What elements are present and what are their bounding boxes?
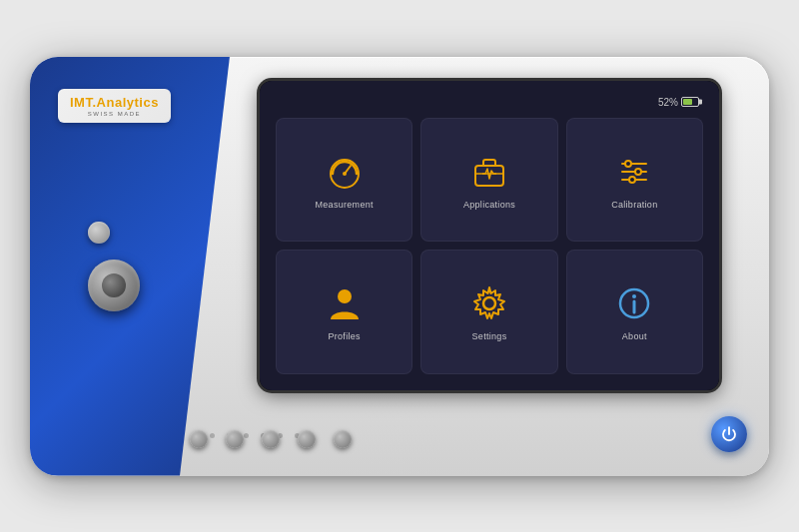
- svg-point-14: [338, 289, 352, 303]
- app-tile-profiles[interactable]: Profiles: [276, 250, 412, 374]
- app-grid: Measurement Applications: [276, 118, 703, 374]
- app-label-profiles: Profiles: [328, 331, 360, 341]
- app-label-measurement: Measurement: [316, 200, 374, 210]
- app-label-about: About: [622, 331, 647, 341]
- logo-brand: IMT: [70, 95, 92, 110]
- left-connectors: [88, 222, 140, 311]
- logo-name: Analytics: [97, 95, 159, 110]
- bottom-connector-5: [334, 430, 352, 448]
- status-bar: 52%: [276, 97, 703, 108]
- app-tile-applications[interactable]: Applications: [420, 118, 557, 243]
- logo-text: IMT.Analytics: [70, 95, 159, 110]
- app-tile-about[interactable]: About: [566, 250, 703, 374]
- app-label-settings: Settings: [472, 331, 507, 341]
- device-body: IMT.Analytics SWISS MADE 52%: [30, 57, 769, 476]
- svg-point-11: [625, 161, 631, 167]
- app-tile-calibration[interactable]: Calibration: [566, 118, 703, 243]
- bottom-connector-4: [298, 430, 316, 448]
- screen-container: 52%: [260, 81, 719, 390]
- battery-status: 52%: [658, 97, 699, 108]
- info-icon: [612, 281, 656, 325]
- person-icon: [323, 281, 367, 325]
- logo-area: IMT.Analytics SWISS MADE: [58, 89, 171, 123]
- sliders-icon: [612, 150, 656, 194]
- svg-point-2: [343, 172, 347, 176]
- battery-percent: 52%: [658, 97, 678, 108]
- bottom-connector-2: [226, 430, 244, 448]
- app-tile-settings[interactable]: Settings: [420, 250, 557, 374]
- app-label-calibration: Calibration: [611, 200, 657, 210]
- logo-subtitle: SWISS MADE: [70, 111, 159, 117]
- briefcase-icon: [467, 150, 511, 194]
- gauge-icon: [323, 150, 367, 194]
- svg-point-13: [629, 177, 635, 183]
- battery-fill: [683, 99, 692, 105]
- svg-point-15: [483, 297, 495, 309]
- large-connector: [88, 260, 140, 311]
- gear-icon: [467, 281, 511, 325]
- app-tile-measurement[interactable]: Measurement: [276, 118, 412, 243]
- bottom-connector-3: [262, 430, 280, 448]
- small-connector: [88, 222, 110, 244]
- power-button[interactable]: [711, 416, 747, 452]
- svg-point-12: [635, 169, 641, 175]
- screen: 52%: [260, 81, 719, 390]
- battery-icon: [681, 97, 699, 107]
- app-label-applications: Applications: [463, 200, 515, 210]
- bottom-connector-1: [190, 430, 208, 448]
- svg-point-18: [632, 294, 636, 298]
- bottom-connectors-row: [190, 430, 709, 448]
- bottom-connectors: [190, 430, 352, 448]
